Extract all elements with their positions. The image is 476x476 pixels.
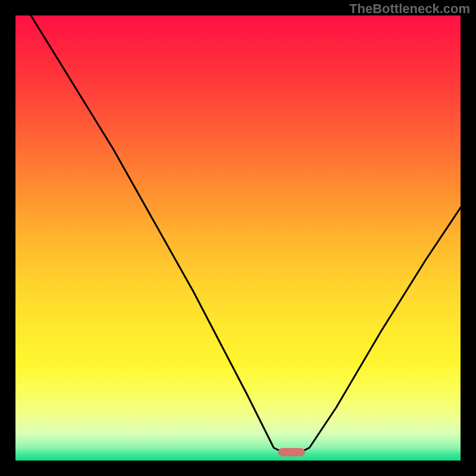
optimal-marker bbox=[278, 448, 305, 456]
chart-svg bbox=[0, 0, 476, 476]
plot-background bbox=[15, 15, 461, 461]
watermark-text: TheBottleneck.com bbox=[349, 1, 470, 17]
bottleneck-chart: TheBottleneck.com bbox=[0, 0, 476, 476]
